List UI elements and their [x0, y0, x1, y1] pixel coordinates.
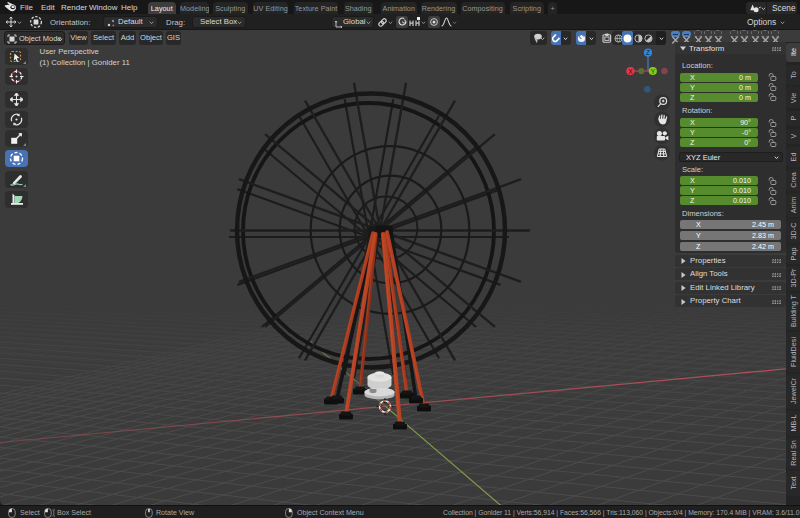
svg-text:X: X: [628, 68, 633, 75]
svg-text:Y: Y: [651, 68, 656, 75]
svg-text:Z: Z: [646, 49, 650, 56]
